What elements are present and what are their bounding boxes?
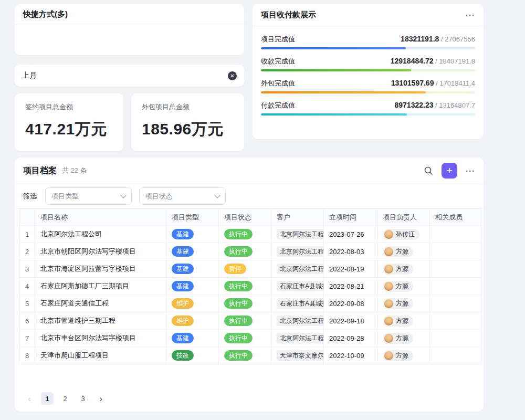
members-cell[interactable] (430, 295, 481, 312)
search-icon[interactable] (424, 166, 433, 175)
more-menu-icon[interactable]: ··· (466, 166, 475, 175)
project-type-select[interactable]: 项目类型 (45, 187, 132, 205)
project-status-select[interactable]: 项目状态 (139, 187, 226, 205)
members-cell[interactable] (430, 312, 481, 330)
column-header[interactable]: 项目负责人 (377, 209, 430, 226)
owner-cell[interactable]: 方源 (377, 260, 430, 278)
project-type-cell[interactable]: 基建 (166, 278, 219, 295)
column-header[interactable]: 项目类型 (166, 209, 219, 226)
project-name-cell[interactable]: 北京市海淀区阿拉蕾写字楼项目 (35, 260, 166, 278)
column-header[interactable]: 客户 (271, 209, 324, 226)
row-index-cell: 8 (19, 347, 35, 364)
project-type-cell[interactable]: 技改 (166, 347, 219, 364)
project-name-cell[interactable]: 天津市爬山服工程项目 (35, 347, 166, 364)
page-button-2[interactable]: 2 (59, 392, 71, 405)
metric-label: 收款完成值 (261, 57, 295, 66)
project-type-cell[interactable]: 维护 (166, 312, 219, 330)
customer-cell[interactable]: 北京阿尔法工程公司 (271, 330, 324, 347)
table-row[interactable]: 3北京市海淀区阿拉蕾写字楼项目基建暂停北京阿尔法工程公司2022-08-19方源 (19, 260, 481, 278)
archive-title: 项目档案 (23, 165, 57, 176)
customer-cell[interactable]: 北京阿尔法工程公司 (271, 312, 324, 330)
start-date-cell[interactable]: 2022-08-19 (324, 260, 377, 278)
project-status-cell[interactable]: 执行中 (219, 295, 271, 312)
customer-cell[interactable]: 北京阿尔法工程公司 (271, 243, 324, 260)
members-cell[interactable] (430, 347, 481, 364)
clear-filter-icon[interactable]: ✕ (228, 71, 237, 80)
project-name-cell[interactable]: 北京市管道维护三期工程 (35, 312, 166, 330)
project-name-cell[interactable]: 北京市朝阳区阿尔法写字楼项目 (35, 243, 166, 260)
table-row[interactable]: 5石家庄阿道夫通信工程维护执行中石家庄市A县城投2022-09-08方源 (19, 295, 481, 312)
project-status-cell[interactable]: 执行中 (219, 226, 271, 243)
column-header[interactable]: 项目状态 (219, 209, 271, 226)
project-name-cell[interactable]: 石家庄阿斯加德工厂三期项目 (35, 278, 166, 295)
owner-cell[interactable]: 方源 (377, 295, 430, 312)
customer-cell[interactable]: 石家庄市A县城投 (271, 278, 324, 295)
project-type-cell[interactable]: 基建 (166, 243, 219, 260)
table-row[interactable]: 1北京阿尔法工程公司基建执行中北京阿尔法工程公司2023-07-26孙传江 (19, 226, 481, 243)
page-button-1[interactable]: 1 (41, 392, 54, 405)
metric-progress-track (261, 47, 475, 49)
metrics-list: 项目完成值18321191.8 / 27067556收款完成值12918484.… (253, 26, 484, 116)
row-index-cell: 2 (19, 243, 35, 260)
metric-text-row: 付款完成值8971322.23 / 13164807.7 (261, 100, 475, 110)
month-filter-pill[interactable]: 上月 ✕ (15, 65, 244, 87)
project-name-cell[interactable]: 北京市丰台区阿尔法写字楼项目 (35, 330, 166, 347)
project-name-cell[interactable]: 石家庄阿道夫通信工程 (35, 295, 166, 312)
table-row[interactable]: 2北京市朝阳区阿尔法写字楼项目基建执行中北京阿尔法工程公司2022-08-03方… (19, 243, 481, 260)
project-status-cell[interactable]: 执行中 (219, 330, 271, 347)
start-date-cell[interactable]: 2022-09-28 (324, 330, 377, 347)
column-header[interactable]: 相关成员 (430, 209, 481, 226)
members-cell[interactable] (430, 278, 481, 295)
table-row[interactable]: 6北京市管道维护三期工程维护执行中北京阿尔法工程公司2022-09-18方源 (19, 312, 481, 330)
select-placeholder: 项目状态 (145, 192, 173, 201)
owner-cell[interactable]: 方源 (377, 347, 430, 364)
table-row[interactable]: 8天津市爬山服工程项目技改执行中天津市奈文摩尔2022-10-09方源 (19, 347, 481, 364)
start-date-cell[interactable]: 2022-08-21 (324, 278, 377, 295)
start-date-cell[interactable]: 2022-09-08 (324, 295, 377, 312)
project-status-cell[interactable]: 执行中 (219, 278, 271, 295)
project-type-cell[interactable]: 基建 (166, 226, 219, 243)
owner-cell[interactable]: 孙传江 (377, 226, 430, 243)
members-cell[interactable] (430, 330, 481, 347)
next-page-button[interactable]: › (94, 392, 107, 405)
metric-row: 收款完成值12918484.72 / 18407191.8 (261, 56, 475, 71)
project-status-cell[interactable]: 执行中 (219, 243, 271, 260)
page-button-3[interactable]: 3 (77, 392, 89, 405)
type-badge: 技改 (172, 350, 194, 361)
project-status-cell[interactable]: 执行中 (219, 312, 271, 330)
customer-cell[interactable]: 北京阿尔法工程公司 (271, 260, 324, 278)
customer-cell[interactable]: 石家庄市A县城投 (271, 295, 324, 312)
members-cell[interactable] (430, 243, 481, 260)
row-index-cell: 7 (19, 330, 35, 347)
prev-page-button[interactable]: ‹ (23, 392, 36, 405)
column-header[interactable]: 立项时间 (324, 209, 377, 226)
owner-cell[interactable]: 方源 (377, 278, 430, 295)
start-date-cell[interactable]: 2022-08-03 (324, 243, 377, 260)
customer-cell[interactable]: 天津市奈文摩尔 (271, 347, 324, 364)
project-type-cell[interactable]: 基建 (166, 330, 219, 347)
table-row[interactable]: 7北京市丰台区阿尔法写字楼项目基建执行中北京阿尔法工程公司2022-09-28方… (19, 330, 481, 347)
project-type-cell[interactable]: 维护 (166, 295, 219, 312)
project-name-cell[interactable]: 北京阿尔法工程公司 (35, 226, 166, 243)
project-status-cell[interactable]: 暂停 (219, 260, 271, 278)
owner-chip: 方源 (383, 264, 413, 275)
start-date-cell[interactable]: 2022-09-18 (324, 312, 377, 330)
members-cell[interactable] (430, 226, 481, 243)
start-date-cell[interactable]: 2023-07-26 (324, 226, 377, 243)
project-status-cell[interactable]: 执行中 (219, 347, 271, 364)
project-type-cell[interactable]: 基建 (166, 260, 219, 278)
owner-cell[interactable]: 方源 (377, 312, 430, 330)
owner-cell[interactable]: 方源 (377, 330, 430, 347)
more-menu-icon[interactable]: ··· (466, 10, 475, 19)
members-cell[interactable] (430, 260, 481, 278)
add-record-button[interactable]: + (442, 163, 457, 178)
table-row[interactable]: 4石家庄阿斯加德工厂三期项目基建执行中石家庄市A县城投2022-08-21方源 (19, 278, 481, 295)
type-badge: 基建 (172, 246, 194, 257)
customer-cell[interactable]: 北京阿尔法工程公司 (271, 226, 324, 243)
stat-value: 185.96万元 (142, 119, 234, 140)
column-header[interactable]: 项目名称 (35, 209, 166, 226)
metric-text-row: 外包完成值13101597.69 / 17018411.4 (261, 78, 475, 88)
status-badge: 执行中 (224, 350, 253, 361)
owner-cell[interactable]: 方源 (377, 243, 430, 260)
start-date-cell[interactable]: 2022-10-09 (324, 347, 377, 364)
